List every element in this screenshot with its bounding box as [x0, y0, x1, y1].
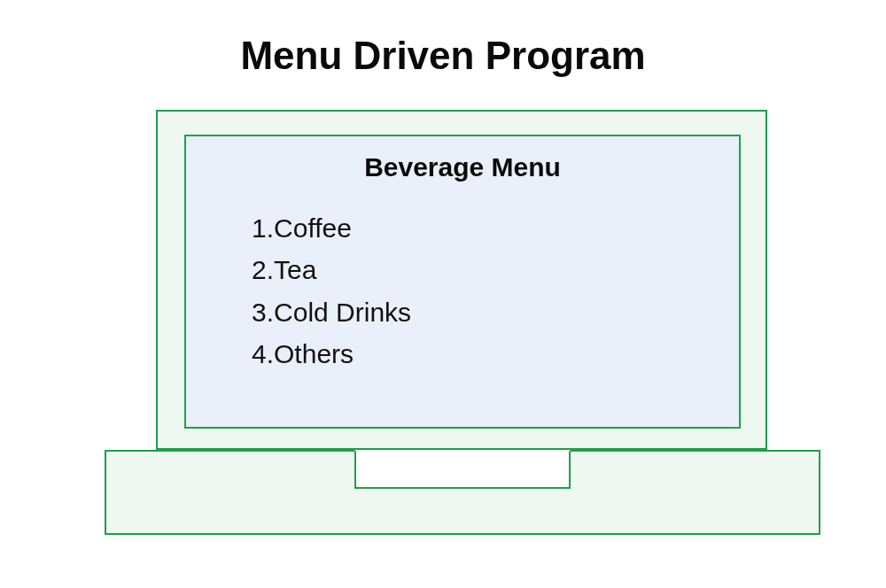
menu-item-label: Tea	[274, 255, 316, 284]
menu-item-label: Coffee	[274, 213, 352, 243]
menu-item-number: 3.	[252, 298, 274, 327]
menu-item-number: 4.	[252, 339, 274, 368]
laptop-screen-frame: Beverage Menu 1.Coffee 2.Tea 3.Cold Drin…	[156, 110, 767, 450]
screen-content: Beverage Menu 1.Coffee 2.Tea 3.Cold Drin…	[184, 135, 741, 429]
menu-heading: Beverage Menu	[222, 152, 703, 182]
menu-list: 1.Coffee 2.Tea 3.Cold Drinks 4.Others	[222, 207, 703, 375]
menu-item-label: Cold Drinks	[274, 298, 411, 327]
menu-item: 2.Tea	[252, 249, 703, 290]
menu-item-number: 2.	[252, 255, 274, 284]
page-title: Menu Driven Program	[0, 34, 886, 78]
menu-item-label: Others	[274, 339, 354, 368]
menu-item: 3.Cold Drinks	[252, 291, 703, 333]
menu-item-number: 1.	[252, 213, 274, 243]
menu-item: 1.Coffee	[252, 207, 703, 249]
laptop-touchpad	[354, 450, 571, 489]
menu-item: 4.Others	[252, 333, 703, 375]
